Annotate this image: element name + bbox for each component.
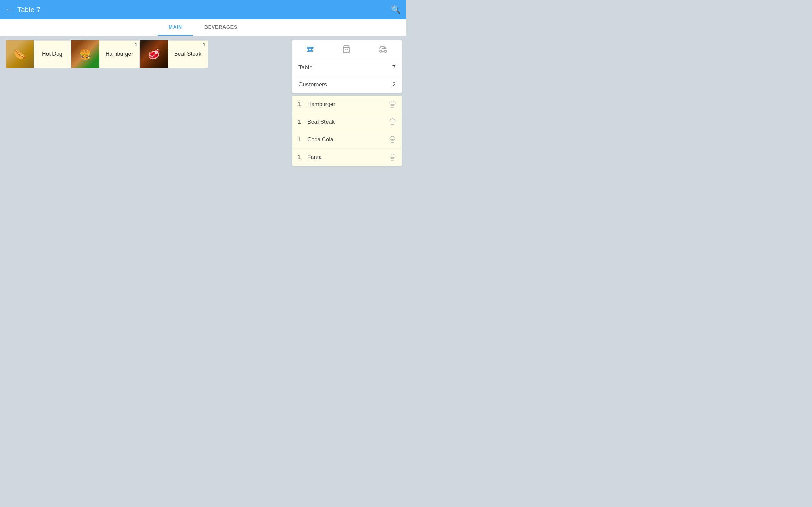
menu-panel: 🌭 Hot Dog 🍔 Hamburger 1 🥩 Beaf Steak 1 bbox=[0, 36, 288, 254]
sidebar: Table 7 Customers 2 1 Hamburger bbox=[288, 36, 406, 254]
content-area: 🌭 Hot Dog 🍔 Hamburger 1 🥩 Beaf Steak 1 bbox=[0, 36, 406, 254]
menu-item-hamburger[interactable]: 🍔 Hamburger 1 bbox=[71, 40, 140, 68]
table-value: 7 bbox=[392, 64, 396, 71]
order-qty-coca-cola: 1 bbox=[298, 137, 302, 143]
svg-rect-9 bbox=[391, 104, 394, 107]
beaf-steak-badge: 1 bbox=[203, 42, 205, 48]
order-name-fanta: Fanta bbox=[307, 154, 322, 161]
order-left-beaf-steak: 1 Beaf Steak bbox=[298, 119, 335, 125]
customers-info-row: Customers 2 bbox=[292, 76, 402, 93]
hamburger-label: Hamburger bbox=[99, 51, 139, 57]
table-info-row: Table 7 bbox=[292, 59, 402, 76]
header-left: ← Table 7 bbox=[6, 6, 41, 14]
customers-value: 2 bbox=[392, 81, 396, 88]
svg-point-7 bbox=[384, 50, 387, 52]
order-card: 1 Hamburger 1 Beaf Steak bbox=[292, 96, 402, 166]
search-button[interactable]: 🔍 bbox=[391, 5, 400, 14]
delivery-button[interactable] bbox=[374, 43, 392, 55]
order-row-coca-cola: 1 Coca Cola bbox=[292, 131, 402, 149]
customers-label: Customers bbox=[298, 81, 327, 88]
order-name-beaf-steak: Beaf Steak bbox=[307, 119, 335, 125]
menu-items-row: 🌭 Hot Dog 🍔 Hamburger 1 🥩 Beaf Steak 1 bbox=[6, 40, 282, 68]
svg-rect-11 bbox=[391, 122, 394, 125]
order-left-fanta: 1 Fanta bbox=[298, 154, 322, 161]
bag-icon bbox=[342, 45, 350, 53]
svg-rect-13 bbox=[391, 140, 394, 143]
beaf-steak-image: 🥩 bbox=[140, 40, 168, 68]
chef-hat-icon-4 bbox=[389, 154, 396, 161]
svg-rect-15 bbox=[391, 157, 394, 160]
table-view-button[interactable] bbox=[302, 43, 319, 55]
order-row-fanta: 1 Fanta bbox=[292, 149, 402, 166]
sidebar-info-card: Table 7 Customers 2 bbox=[292, 40, 402, 93]
menu-item-beaf-steak[interactable]: 🥩 Beaf Steak 1 bbox=[140, 40, 208, 68]
order-qty-beaf-steak: 1 bbox=[298, 119, 302, 125]
tab-beverages[interactable]: BEVERAGES bbox=[193, 19, 248, 36]
icon-bar bbox=[292, 40, 402, 59]
hotdog-label: Hot Dog bbox=[34, 51, 71, 57]
hotdog-image: 🌭 bbox=[6, 40, 34, 68]
order-qty-fanta: 1 bbox=[298, 154, 302, 161]
page-title: Table 7 bbox=[17, 6, 41, 14]
header: ← Table 7 🔍 bbox=[0, 0, 406, 19]
hamburger-badge: 1 bbox=[135, 42, 137, 48]
chef-hat-icon-3 bbox=[389, 136, 396, 144]
svg-rect-0 bbox=[307, 47, 313, 48]
menu-item-hotdog[interactable]: 🌭 Hot Dog bbox=[6, 40, 71, 68]
delivery-icon bbox=[378, 45, 388, 53]
bag-button[interactable] bbox=[338, 43, 355, 55]
hamburger-image: 🍔 bbox=[71, 40, 99, 68]
back-button[interactable]: ← bbox=[6, 6, 13, 14]
chef-hat-icon-2 bbox=[389, 118, 396, 126]
svg-point-6 bbox=[380, 50, 382, 52]
order-left-hamburger: 1 Hamburger bbox=[298, 101, 335, 108]
order-name-hamburger: Hamburger bbox=[307, 101, 335, 108]
kitchen-icon bbox=[306, 45, 314, 53]
tab-bar: MAIN BEVERAGES bbox=[0, 19, 406, 36]
beaf-steak-label: Beaf Steak bbox=[168, 51, 208, 57]
order-row-beaf-steak: 1 Beaf Steak bbox=[292, 113, 402, 131]
table-label: Table bbox=[298, 64, 313, 71]
order-name-coca-cola: Coca Cola bbox=[307, 137, 333, 143]
order-left-coca-cola: 1 Coca Cola bbox=[298, 137, 333, 143]
tab-main[interactable]: MAIN bbox=[158, 19, 193, 36]
order-row-hamburger: 1 Hamburger bbox=[292, 96, 402, 113]
order-qty-hamburger: 1 bbox=[298, 101, 302, 108]
chef-hat-icon bbox=[389, 101, 396, 108]
